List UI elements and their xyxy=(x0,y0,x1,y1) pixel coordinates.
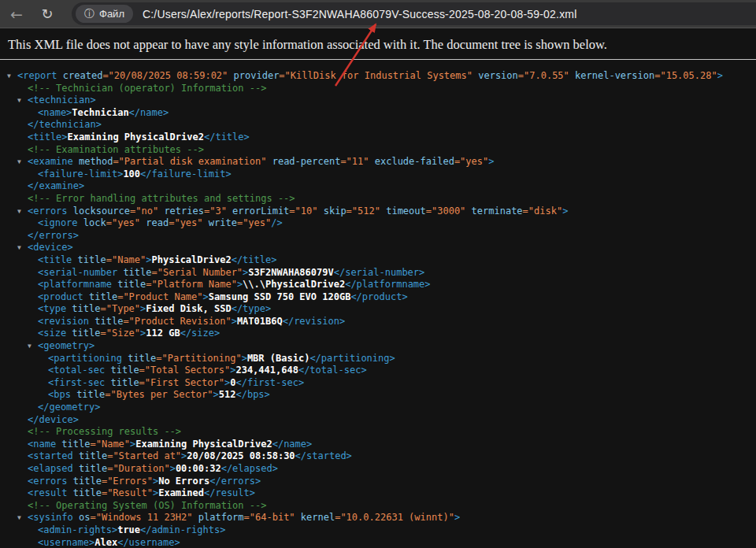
xml-text-content: Examined xyxy=(158,487,204,498)
xml-text-content: PhysicalDrive2 xyxy=(152,254,232,265)
reload-icon: ↻ xyxy=(41,6,53,22)
xml-attribute-name: title xyxy=(79,463,107,474)
xml-attribute-name: title xyxy=(128,353,156,364)
xml-tag: <admin-rights> xyxy=(38,524,117,535)
xml-text-content: 00:00:32 xyxy=(176,463,221,474)
xml-text-content: \\.\PhysicalDrive2 xyxy=(243,279,345,290)
xml-attribute-value: ="64-bit" xyxy=(244,512,295,523)
collapse-toggle-icon[interactable]: ▼ xyxy=(17,514,21,522)
xml-tag: </product> xyxy=(350,291,407,302)
xml-attribute-value: ="3" xyxy=(204,206,227,217)
xml-attribute-name: title xyxy=(110,377,139,388)
xml-text-content: Examining PhysicalDrive2 xyxy=(135,439,272,450)
xml-tag: </started> xyxy=(295,450,352,461)
xml-attribute-value: ="15.05.28" xyxy=(654,70,717,81)
xml-text-content: Alex xyxy=(94,537,117,548)
xml-tag: <ignore xyxy=(38,217,83,228)
xml-attribute-name: kernel xyxy=(295,512,335,523)
xml-tag: <started xyxy=(28,450,79,461)
xml-attribute-value: ="Windows 11 23H2" xyxy=(90,512,192,523)
xml-tag: <report xyxy=(17,70,63,81)
xml-attribute-name: title xyxy=(89,291,117,302)
xml-attribute-value: ="Result" xyxy=(102,487,153,498)
xml-tag: </title> xyxy=(204,131,250,143)
collapse-toggle-icon[interactable]: ▼ xyxy=(7,72,11,80)
xml-attribute-name: title xyxy=(94,316,123,327)
xml-attribute-name: retries xyxy=(158,206,204,217)
collapse-toggle-icon[interactable]: ▼ xyxy=(17,208,21,216)
xml-text-content: 112 GB xyxy=(146,328,180,339)
reload-button[interactable]: ↻ xyxy=(35,2,59,26)
collapse-toggle-icon[interactable]: ▼ xyxy=(28,342,32,350)
back-button[interactable]: ← xyxy=(5,2,28,26)
xml-tag: <product xyxy=(38,291,89,302)
browser-toolbar: ← ↻ ⓘ Файл C:/Users/Alex/reports/Report-… xyxy=(0,0,756,28)
xml-attribute-value: ="Product Name" xyxy=(117,291,202,302)
xml-text-content: MAT01B6Q xyxy=(237,316,283,327)
xml-line: ▼<sysinfo os="Windows 11 23H2" platform=… xyxy=(0,512,756,524)
xml-tag: </result> xyxy=(204,487,255,498)
xml-line: </errors> xyxy=(0,230,756,243)
xml-line: ▼<geometry> xyxy=(0,340,756,353)
xml-comment: <!-- Technician (operator) Information -… xyxy=(28,83,266,94)
xml-line: <!-- Processing results --> xyxy=(0,426,756,439)
xml-tag: <bps xyxy=(48,389,76,400)
xml-text-content: MBR (Basic) xyxy=(247,353,309,364)
xml-tag: <first-sec xyxy=(48,377,110,388)
xml-attribute-name: title xyxy=(61,439,90,450)
xml-viewer-page: This XML file does not appear to have an… xyxy=(0,29,756,548)
collapse-toggle-icon[interactable]: ▼ xyxy=(17,244,21,252)
file-scheme-chip[interactable]: ⓘ Файл xyxy=(76,5,133,23)
xml-attribute-name: title xyxy=(73,476,102,487)
xml-attribute-value: ="First Sector" xyxy=(139,377,224,388)
xml-tag: </name> xyxy=(272,439,313,450)
xml-attribute-value: ="Name" xyxy=(90,439,130,450)
xml-tag: </device> xyxy=(28,414,79,425)
xml-tag: </title> xyxy=(232,254,277,265)
xml-tag: <name xyxy=(28,439,61,450)
xml-attribute-value: ="10.0.22631 (winnt)" xyxy=(335,512,454,523)
xml-attribute-name: title xyxy=(76,389,105,400)
xml-tag: </elapsed> xyxy=(221,463,278,474)
xml-line: <!-- Examination attributes --> xyxy=(0,144,756,157)
xml-tag: </geometry> xyxy=(38,402,100,413)
xml-text-content: Fixed Disk, SSD xyxy=(146,303,231,314)
collapse-toggle-icon[interactable]: ▼ xyxy=(17,158,21,166)
xml-text-content: Examining PhysicalDrive2 xyxy=(68,131,204,143)
xml-attribute-name: terminate xyxy=(465,206,522,217)
xml-attribute-value: ="yes" xyxy=(106,217,140,228)
xml-tag: </name> xyxy=(129,107,169,118)
xml-tag: /> xyxy=(271,217,282,228)
xml-line: <result title="Result">Examined</result> xyxy=(0,487,756,500)
file-scheme-label: Файл xyxy=(99,8,124,20)
xml-line: </device> xyxy=(0,414,756,427)
xml-attribute-value: ="yes" xyxy=(237,217,271,228)
xml-tag: <elapsed xyxy=(28,463,79,474)
xml-line: <serial-number title="Serial Number">S3F… xyxy=(0,267,756,280)
xml-text-content: Samsung SSD 750 EVO 120GB xyxy=(209,291,351,302)
address-bar[interactable]: ⓘ Файл C:/Users/Alex/reports/Report-S3F2… xyxy=(72,2,756,25)
xml-tag: > xyxy=(488,156,494,167)
back-arrow-icon: ← xyxy=(10,6,23,23)
xml-attribute-name: timeout xyxy=(380,206,426,217)
xml-line: ▼<report created="20/08/2025 08:59:02" p… xyxy=(0,70,756,83)
xml-attribute-name: title xyxy=(73,487,102,498)
xml-line: <started title="Started at">20/08/2025 0… xyxy=(0,450,756,463)
xml-comment: <!-- Error handling attributes and setti… xyxy=(28,193,295,204)
xml-attribute-name: os xyxy=(79,512,90,523)
xml-tag: </errors> xyxy=(209,476,261,487)
xml-attribute-name: platform xyxy=(193,512,244,523)
xml-attribute-value: ="no" xyxy=(130,206,158,217)
xml-line: <!-- Technician (operator) Information -… xyxy=(0,83,756,95)
xml-tag: > xyxy=(454,512,460,523)
xml-attribute-name: title xyxy=(72,328,100,339)
xml-text-content: 234,441,648 xyxy=(235,365,298,376)
xml-tag: <name> xyxy=(38,107,72,118)
xml-attribute-value: ="3000" xyxy=(426,206,466,217)
xml-tag: <device> xyxy=(28,242,73,253)
xml-line: <username>Alex</username> xyxy=(0,537,756,548)
xml-attribute-value: ="Size" xyxy=(100,328,140,339)
xml-tag: </examine> xyxy=(28,180,84,191)
collapse-toggle-icon[interactable]: ▼ xyxy=(17,97,21,105)
xml-line: <platformname title="Platform Name">\\.\… xyxy=(0,279,756,291)
